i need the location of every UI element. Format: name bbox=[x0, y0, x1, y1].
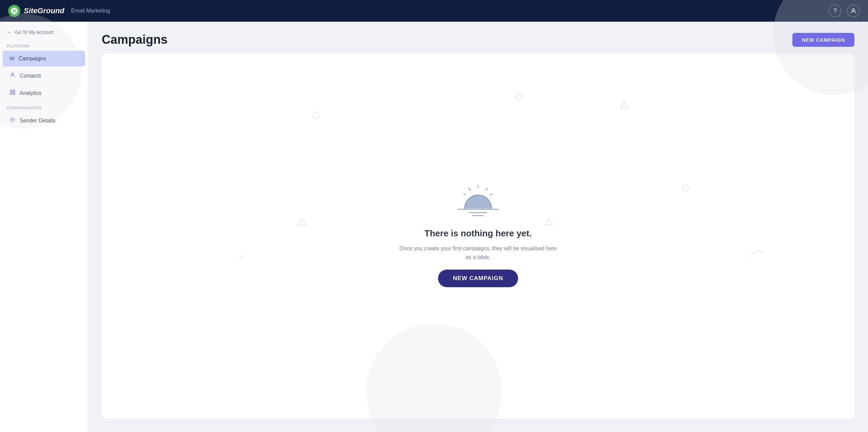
empty-state-title: There is nothing here yet. bbox=[425, 228, 532, 239]
main-content: Campaigns NEW CAMPAIGN bbox=[88, 22, 868, 432]
siteground-logo-icon bbox=[8, 5, 20, 17]
svg-point-4 bbox=[852, 8, 855, 11]
main-header: Campaigns NEW CAMPAIGN bbox=[88, 22, 868, 54]
back-to-account-link[interactable]: ← Go To My Account bbox=[0, 26, 88, 39]
user-icon bbox=[850, 7, 857, 14]
sidebar-item-contacts[interactable]: Contacts bbox=[3, 68, 85, 84]
new-campaign-button-top[interactable]: NEW CAMPAIGN bbox=[792, 33, 854, 47]
deco-circle-1 bbox=[313, 112, 319, 119]
back-to-account-label: Go To My Account bbox=[15, 30, 53, 35]
sender-details-icon bbox=[9, 117, 16, 124]
config-section-label: CONFIGURATION bbox=[0, 102, 88, 112]
deco-slash-1 bbox=[237, 254, 250, 258]
svg-marker-12 bbox=[298, 219, 306, 225]
sunrise-illustration bbox=[451, 185, 505, 220]
svg-point-5 bbox=[12, 73, 14, 75]
svg-line-16 bbox=[469, 188, 471, 190]
empty-state-subtitle: Once you create your first campaigns, th… bbox=[397, 244, 559, 261]
empty-state: There is nothing here yet. Once you crea… bbox=[397, 185, 559, 287]
svg-marker-11 bbox=[620, 102, 628, 108]
topnav-right: ? bbox=[829, 4, 860, 17]
app-name: Email Marketing bbox=[71, 8, 110, 14]
deco-circle-3 bbox=[682, 185, 689, 192]
sidebar-item-sender-details[interactable]: Sender Details bbox=[3, 113, 85, 129]
topnav-left: SiteGround Email Marketing bbox=[8, 5, 110, 17]
page-title: Campaigns bbox=[102, 33, 167, 47]
contacts-label: Contacts bbox=[20, 73, 41, 79]
svg-line-15 bbox=[486, 188, 488, 190]
new-campaign-button-center[interactable]: NEW CAMPAIGN bbox=[438, 270, 518, 287]
svg-rect-9 bbox=[13, 93, 15, 95]
campaigns-label: Campaigns bbox=[19, 56, 46, 62]
svg-line-17 bbox=[490, 194, 492, 195]
campaigns-icon: ✉ bbox=[9, 55, 15, 62]
help-icon: ? bbox=[833, 7, 837, 15]
user-account-button[interactable] bbox=[847, 4, 860, 17]
platform-section-label: PLATFORM bbox=[0, 40, 88, 50]
sidebar-item-analytics[interactable]: Analytics bbox=[3, 85, 85, 101]
svg-rect-8 bbox=[10, 93, 12, 95]
sender-details-label: Sender Details bbox=[20, 118, 55, 124]
svg-line-18 bbox=[464, 194, 466, 195]
deco-curve-1 bbox=[747, 243, 764, 260]
analytics-icon bbox=[9, 89, 16, 97]
sidebar-item-campaigns[interactable]: ✉ Campaigns bbox=[3, 51, 85, 66]
top-navigation: SiteGround Email Marketing ? bbox=[0, 0, 868, 22]
svg-rect-6 bbox=[10, 90, 12, 92]
deco-triangle-2 bbox=[297, 218, 306, 226]
help-button[interactable]: ? bbox=[829, 4, 842, 17]
main-layout: ← Go To My Account PLATFORM ✉ Campaigns … bbox=[0, 22, 868, 432]
logo-area: SiteGround bbox=[8, 5, 64, 17]
analytics-label: Analytics bbox=[20, 90, 41, 96]
deco-circle-2 bbox=[516, 94, 522, 100]
back-arrow-icon: ← bbox=[7, 29, 12, 35]
sidebar: ← Go To My Account PLATFORM ✉ Campaigns … bbox=[0, 22, 88, 432]
campaigns-content-area: There is nothing here yet. Once you crea… bbox=[102, 54, 854, 418]
svg-point-10 bbox=[12, 119, 14, 121]
contacts-icon bbox=[9, 72, 16, 80]
svg-rect-7 bbox=[13, 90, 15, 92]
brand-name: SiteGround bbox=[24, 6, 64, 15]
deco-triangle-1 bbox=[620, 101, 629, 109]
